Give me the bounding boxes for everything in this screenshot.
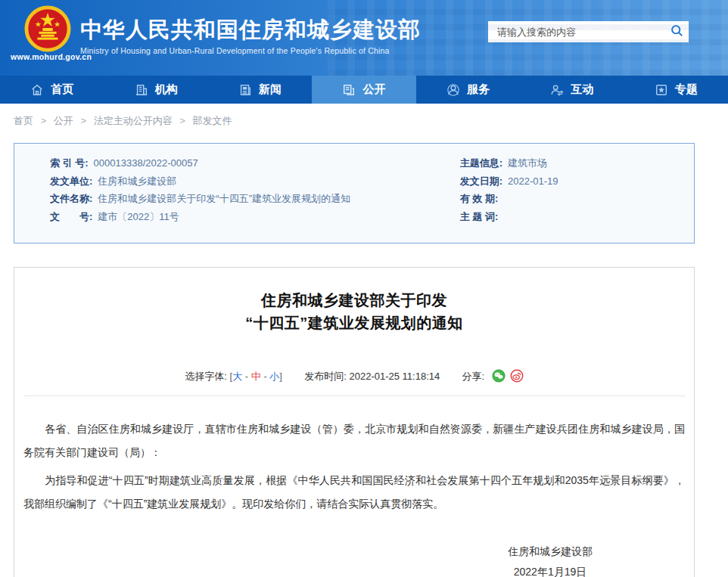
site-title: 中华人民共和国住房和城乡建设部 bbox=[80, 17, 421, 42]
document-info-box: 索 引 号:000013338/2022-00057 发文单位:住房和城乡建设部… bbox=[14, 143, 695, 244]
info-row-topic-info: 主题信息:建筑市场 bbox=[460, 154, 694, 172]
font-size-label: 选择字体: bbox=[185, 371, 227, 382]
article-box: 住房和城乡建设部关于印发 “十四五”建筑业发展规划的通知 选择字体: [大 - … bbox=[14, 267, 695, 577]
article-body: 各省、自治区住房和城乡建设厅，直辖市住房和城乡建设（管）委，北京市规划和自然资源… bbox=[23, 417, 685, 516]
breadcrumb: 首页 > 公开 > 法定主动公开内容 > 部发文件 bbox=[0, 104, 728, 138]
building-icon bbox=[135, 83, 148, 97]
site-subtitle: Ministry of Housing and Urban-Rural Deve… bbox=[80, 46, 421, 55]
nav-label: 首页 bbox=[51, 82, 73, 97]
article-paragraph: 为指导和促进“十四五”时期建筑业高质量发展，根据《中华人民共和国国民经济和社会发… bbox=[23, 469, 685, 516]
share-label: 分享: bbox=[462, 371, 484, 382]
font-size-small[interactable]: 小 bbox=[269, 371, 279, 382]
breadcrumb-separator: > bbox=[179, 115, 185, 126]
nav-label: 互动 bbox=[571, 82, 593, 97]
search-input[interactable] bbox=[488, 21, 664, 42]
nav-label: 机构 bbox=[155, 82, 178, 97]
info-row-keywords: 主 题 词: bbox=[460, 208, 694, 226]
breadcrumb-statutory-content[interactable]: 法定主动公开内容 bbox=[94, 115, 173, 126]
search-icon bbox=[670, 24, 683, 39]
breadcrumb-disclosure[interactable]: 公开 bbox=[54, 115, 73, 126]
service-icon bbox=[446, 83, 460, 97]
search-box bbox=[488, 21, 689, 42]
article-title: 住房和城乡建设部关于印发 “十四五”建筑业发展规划的通知 bbox=[23, 289, 685, 334]
nav-label: 专题 bbox=[675, 82, 698, 97]
info-row-document-number: 文 号:建市〔2022〕11号 bbox=[50, 208, 450, 226]
info-row-index-number: 索 引 号:000013338/2022-00057 bbox=[50, 154, 450, 172]
home-icon bbox=[30, 83, 44, 97]
article-paragraph: 各省、自治区住房和城乡建设厅，直辖市住房和城乡建设（管）委，北京市规划和自然资源… bbox=[23, 417, 685, 464]
nav-item-topics[interactable]: 专题 bbox=[624, 76, 728, 104]
breadcrumb-separator: > bbox=[80, 115, 86, 126]
signature-date: 2022年1月19日 bbox=[514, 566, 587, 577]
search-button[interactable] bbox=[664, 21, 689, 42]
nav-item-news[interactable]: 新闻 bbox=[208, 76, 312, 104]
nav-item-service[interactable]: 服务 bbox=[416, 76, 520, 104]
main-nav: 首页 机构 新闻 bbox=[0, 76, 728, 104]
doc-info-right-column: 主题信息:建筑市场 发文日期:2022-01-19 有 效 期: 主 题 词: bbox=[450, 154, 694, 231]
nav-item-interact[interactable]: 互动 bbox=[520, 76, 624, 104]
site-titles: 中华人民共和国住房和城乡建设部 Ministry of Housing and … bbox=[80, 17, 421, 55]
wechat-share-icon[interactable] bbox=[492, 369, 506, 383]
page: www.mohurd.gov.cn 中华人民共和国住房和城乡建设部 Minist… bbox=[0, 0, 728, 577]
doc-info-left-column: 索 引 号:000013338/2022-00057 发文单位:住房和城乡建设部… bbox=[14, 154, 450, 231]
info-row-issue-date: 发文日期:2022-01-19 bbox=[460, 172, 694, 191]
article-meta-row: 选择字体: [大 - 中 - 小] 发布时间: 2022-01-25 11:18… bbox=[23, 369, 685, 396]
breadcrumb-ministry-documents[interactable]: 部发文件 bbox=[193, 115, 232, 126]
nav-label: 服务 bbox=[467, 82, 490, 97]
article-signature: 住房和城乡建设部 2022年1月19日 bbox=[23, 541, 685, 577]
signature-organization: 住房和城乡建设部 bbox=[508, 545, 593, 557]
info-row-issuing-unit: 发文单位:住房和城乡建设部 bbox=[50, 172, 450, 191]
weibo-share-icon[interactable] bbox=[510, 369, 524, 383]
breadcrumb-separator: > bbox=[41, 115, 47, 126]
info-row-validity-period: 有 效 期: bbox=[460, 190, 694, 208]
info-row-document-title: 文件名称:住房和城乡建设部关于印发“十四五”建筑业发展规划的通知 bbox=[50, 190, 450, 208]
national-emblem-logo bbox=[24, 5, 71, 52]
interact-icon bbox=[550, 83, 564, 97]
nav-item-disclosure[interactable]: 公开 bbox=[312, 76, 415, 104]
publish-time-value: 2022-01-25 11:18:14 bbox=[349, 371, 440, 382]
nav-label: 新闻 bbox=[259, 82, 282, 97]
font-size-large[interactable]: 大 bbox=[232, 371, 242, 382]
disclosure-icon bbox=[342, 83, 356, 97]
breadcrumb-home[interactable]: 首页 bbox=[14, 115, 33, 126]
news-icon bbox=[238, 83, 252, 97]
topics-icon bbox=[655, 83, 668, 97]
nav-label: 公开 bbox=[362, 82, 385, 97]
site-header: www.mohurd.gov.cn 中华人民共和国住房和城乡建设部 Minist… bbox=[0, 0, 728, 76]
nav-item-home[interactable]: 首页 bbox=[0, 76, 104, 104]
font-size-medium[interactable]: 中 bbox=[251, 371, 261, 382]
nav-item-org[interactable]: 机构 bbox=[104, 76, 207, 104]
publish-time-label: 发布时间: bbox=[304, 371, 347, 382]
